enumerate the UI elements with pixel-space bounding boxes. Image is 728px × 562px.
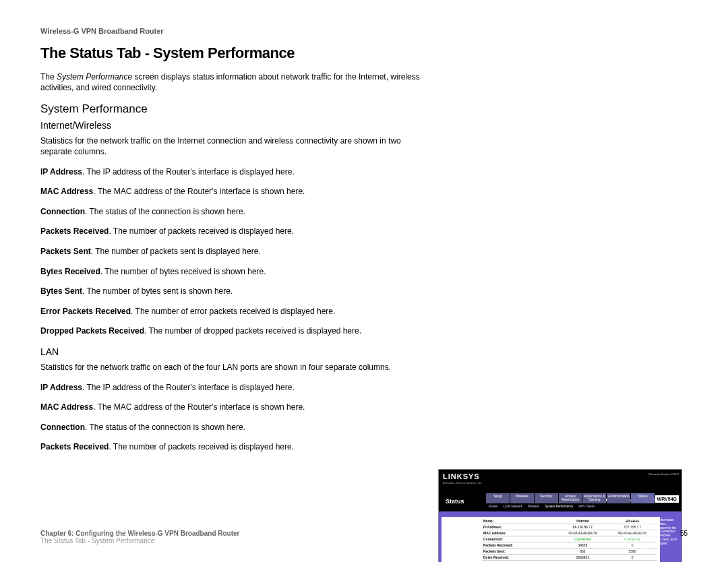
- definition-desc: . The number of dropped packets received…: [144, 326, 361, 336]
- definition-item: Packets Received. The number of packets …: [40, 442, 431, 453]
- nav-tab[interactable]: Applications & Gaming: [582, 493, 606, 503]
- definition-item: MAC Address. The MAC address of the Rout…: [40, 402, 431, 413]
- definition-desc: . The MAC address of the Router's interf…: [93, 187, 305, 196]
- nav-tab[interactable]: Wireless: [510, 493, 534, 503]
- definition-desc: . The number of bytes received is shown …: [100, 267, 266, 276]
- sub-tab[interactable]: Local Network: [504, 505, 523, 508]
- definition-item: Connection. The status of the connection…: [40, 207, 431, 218]
- intro-em: System Performance: [57, 72, 132, 82]
- definition-item: Packets Received. The number of packets …: [40, 226, 431, 237]
- definition-term: MAC Address: [40, 402, 93, 412]
- subsection-heading-lan: LAN: [40, 346, 445, 357]
- definition-item: IP Address. The IP address of the Router…: [40, 383, 431, 394]
- definition-desc: . The number of packets received is disp…: [109, 442, 294, 451]
- definition-desc: . The number of packets sent is displaye…: [91, 247, 261, 256]
- figure-header-black: LINKSYS A Division of Cisco Systems, Inc…: [439, 470, 681, 491]
- table-row: Bytes Received:26669220: [482, 554, 657, 560]
- definition-term: Packets Received: [40, 226, 109, 236]
- definition-term: Dropped Packets Received: [40, 326, 144, 336]
- page-footer: Chapter 6: Configuring the Wireless-G VP…: [40, 530, 688, 544]
- definition-desc: . The IP address of the Router's interfa…: [82, 167, 295, 177]
- page-title: The Status Tab - System Performance: [40, 44, 445, 62]
- definition-term: IP Address: [40, 383, 82, 392]
- table-header: Name:: [482, 518, 558, 524]
- definition-item: IP Address. The IP address of the Router…: [40, 167, 431, 178]
- definition-item: Dropped Packets Received. The number of …: [40, 326, 431, 337]
- page-number: 55: [680, 530, 688, 537]
- definition-item: Bytes Received. The number of bytes rece…: [40, 267, 431, 278]
- status-label: Status: [446, 498, 464, 505]
- definition-desc: . The number of packets received is disp…: [109, 226, 294, 236]
- definition-item: Packets Sent. The number of packets sent…: [40, 247, 431, 257]
- definition-term: Connection: [40, 207, 85, 216]
- nav-tab[interactable]: Security: [535, 493, 558, 503]
- intro-paragraph: The System Performance screen displays s…: [40, 71, 431, 93]
- definition-item: Bytes Sent. The number of bytes sent is …: [40, 286, 431, 297]
- running-head: Wireless-G VPN Broadband Router: [40, 27, 688, 35]
- definition-item: Error Packets Received. The number of er…: [40, 307, 431, 317]
- definition-term: Connection: [40, 423, 85, 432]
- subsection-heading-internet-wireless: Internet/Wireless: [40, 120, 445, 131]
- definition-term: Bytes Sent: [40, 286, 82, 296]
- definition-term: Error Packets Received: [40, 307, 131, 316]
- table-cell: Packets Sent:: [482, 548, 558, 554]
- right-column: LINKSYS A Division of Cisco Systems, Inc…: [438, 462, 688, 562]
- table-cell: 862: [558, 548, 608, 554]
- sub-tab[interactable]: Router: [489, 505, 498, 508]
- footer-line-2: The Status Tab - System Performance: [40, 537, 154, 544]
- sub-tab[interactable]: System Performance: [545, 505, 573, 508]
- definition-desc: . The IP address of the Router's interfa…: [82, 383, 295, 392]
- nav-tab[interactable]: Administration: [607, 493, 630, 503]
- nav-tab[interactable]: Setup: [486, 493, 510, 503]
- footer-line-1: Chapter 6: Configuring the Wireless-G VP…: [40, 530, 240, 537]
- body-paragraph: Statistics for the network traffic on th…: [40, 136, 431, 157]
- definition-list-2: IP Address. The IP address of the Router…: [40, 383, 445, 453]
- sub-tab[interactable]: VPN Clients: [578, 505, 595, 508]
- model-badge: WRV54G: [655, 495, 679, 503]
- brand-logo: LINKSYS: [443, 472, 480, 480]
- section-heading: System Performance: [40, 102, 445, 116]
- definition-term: Packets Received: [40, 442, 109, 451]
- firmware-version: Firmware Version: 2.37.9: [649, 472, 679, 476]
- definition-item: MAC Address. The MAC address of the Rout…: [40, 187, 431, 197]
- intro-prefix: The: [40, 72, 57, 82]
- definition-term: IP Address: [40, 167, 82, 177]
- figure-screenshot: LINKSYS A Division of Cisco Systems, Inc…: [438, 469, 682, 562]
- definition-desc: . The MAC address of the Router's interf…: [93, 402, 305, 412]
- left-column: The Status Tab - System Performance The …: [40, 44, 445, 462]
- definition-term: Bytes Received: [40, 267, 100, 276]
- definition-list-1: IP Address. The IP address of the Router…: [40, 167, 445, 337]
- nav-tab[interactable]: Access Restrictions: [559, 493, 582, 503]
- definition-desc: . The status of the connection is shown …: [85, 207, 245, 216]
- table-cell: 0: [607, 554, 657, 560]
- brand-subtitle: A Division of Cisco Systems, Inc.: [443, 481, 482, 485]
- sub-tab[interactable]: Wireless: [528, 505, 539, 508]
- definition-item: Connection. The status of the connection…: [40, 423, 431, 433]
- figure-title-bar: Status Wireless-G VPN Router WRV54G Setu…: [439, 491, 681, 511]
- definition-desc: . The status of the connection is shown …: [85, 423, 245, 432]
- table-cell: Bytes Received:: [482, 554, 558, 560]
- definition-term: Packets Sent: [40, 247, 91, 256]
- tab-bar: SetupWirelessSecurityAccess Restrictions…: [486, 493, 655, 509]
- nav-tab[interactable]: Status: [631, 493, 655, 503]
- definition-term: MAC Address: [40, 187, 93, 196]
- definition-desc: . The number of error packets received i…: [131, 307, 335, 316]
- table-header: Internet: [558, 518, 608, 524]
- definition-desc: . The number of bytes sent is shown here…: [82, 286, 233, 296]
- body-paragraph: Statistics for the network traffic on ea…: [40, 363, 431, 373]
- table-cell: 2666922: [558, 554, 608, 560]
